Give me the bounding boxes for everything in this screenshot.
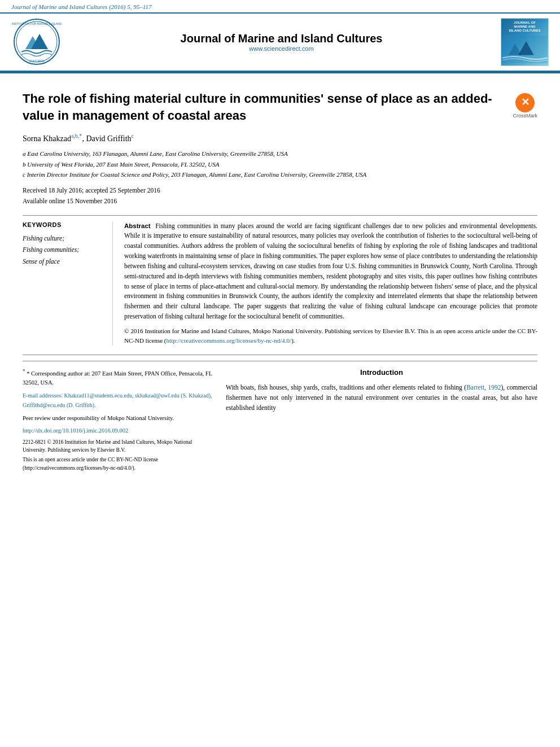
crossmark-badge[interactable]: ✕ CrossMark <box>513 93 537 119</box>
header-bar: INSTITUTION FOR MARINE & ISLAND CULTURES… <box>0 12 560 72</box>
top-link-text: Journal of Marine and Island Cultures (2… <box>11 3 151 10</box>
svg-text:INSTITUTION FOR MARINE & ISLAN: INSTITUTION FOR MARINE & ISLAND <box>12 22 62 25</box>
introduction-column: Introduction With boats, fish houses, sh… <box>226 367 537 473</box>
article-title-section: The role of fishing material culture in … <box>23 90 537 124</box>
keywords-list: Fishing culture; Fishing communities; Se… <box>23 233 104 268</box>
keywords-title: KEYWORDS <box>23 221 104 228</box>
author2-name: , David Griffith <box>82 134 131 143</box>
institution-logo: INSTITUTION FOR MARINE & ISLAND CULTURES <box>11 18 62 66</box>
keyword-3: Sense of place <box>23 256 104 268</box>
intro-ref-link[interactable]: Barrett, 1992 <box>466 384 501 391</box>
keywords-box: KEYWORDS Fishing culture; Fishing commun… <box>23 221 113 346</box>
abstract-section: KEYWORDS Fishing culture; Fishing commun… <box>23 221 537 346</box>
doi-link[interactable]: http://dx.doi.org/10.1016/j.imic.2016.09… <box>23 426 215 436</box>
journal-cover-image: JOURNAL OF MARINE AND ISLAND CULTURES <box>501 18 549 66</box>
authors-line: Sorna Khakzada,b,*, David Griffithc <box>23 133 537 143</box>
author2-sup: c <box>132 133 134 139</box>
abstract-label: Abstract <box>124 222 151 229</box>
intro-text-before-ref: With boats, fish houses, ship yards, cra… <box>226 384 466 391</box>
email2-link[interactable]: skhakzad@uwf.edu <box>135 392 180 399</box>
corresponding-footnote: * * Corresponding author at: 207 East Ma… <box>23 367 215 388</box>
intro-heading: Introduction <box>226 367 537 378</box>
affiliation-a: a East Carolina University, 163 Flanagan… <box>23 149 537 159</box>
dates: Received 18 July 2016; accepted 25 Septe… <box>23 185 537 207</box>
peer-review-text: Peer review under responsibility of Mokp… <box>23 415 174 421</box>
email1-link[interactable]: Khakzad11@students.ecu.edu <box>64 392 132 399</box>
cover-title-line1: JOURNAL OF <box>514 21 536 25</box>
email-footnote: E-mail addresses: Khakzad11@students.ecu… <box>23 391 215 410</box>
author1-sup: a,b,* <box>71 133 82 139</box>
keyword-1: Fishing culture; <box>23 233 104 244</box>
main-content: The role of fishing material culture in … <box>0 73 560 484</box>
open-access-note: This is an open access article under the… <box>23 456 215 473</box>
journal-url[interactable]: www.sciencedirect.com <box>68 45 495 52</box>
journal-title: Journal of Marine and Island Cultures <box>68 32 495 45</box>
abstract-content: Abstract Fishing communities in many pla… <box>124 221 537 346</box>
open-access-text: This is an open access article under the… <box>23 457 158 471</box>
keyword-2: Fishing communities; <box>23 244 104 256</box>
abstract-text: Fishing communities in many places aroun… <box>124 222 537 320</box>
cover-title-line3: ISLAND CULTURES <box>509 29 540 33</box>
cover-title-line2: MARINE AND <box>514 25 535 29</box>
copyright-notice: © 2016 Institution for Marine and Island… <box>124 326 537 346</box>
section-divider-2 <box>23 355 537 355</box>
intro-text: With boats, fish houses, ship yards, cra… <box>226 383 537 413</box>
peer-review-note: Peer review under responsibility of Mokp… <box>23 414 215 423</box>
section-divider-1 <box>23 215 537 216</box>
article-title: The role of fishing material culture in … <box>23 90 507 124</box>
issn-line: 2212-6821 © 2016 Institution for Marine … <box>23 438 215 455</box>
top-journal-link: Journal of Marine and Island Cultures (2… <box>0 0 560 12</box>
corresponding-text: * Corresponding author at: 207 East Main… <box>23 370 212 386</box>
header-center: Journal of Marine and Island Cultures ww… <box>68 32 495 52</box>
svg-text:✕: ✕ <box>521 97 530 108</box>
affiliation-c: c Interim Director Institute for Coastal… <box>23 170 537 180</box>
footnotes-column: * * Corresponding author at: 207 East Ma… <box>23 367 215 473</box>
received-date: Received 18 July 2016; accepted 25 Septe… <box>23 185 537 196</box>
email3-link[interactable]: Griffithd@ecu.edu <box>23 402 65 408</box>
footer-section: * * Corresponding author at: 207 East Ma… <box>23 361 537 473</box>
svg-text:CULTURES: CULTURES <box>29 59 45 63</box>
affiliation-b: b University of West Florida, 207 East M… <box>23 160 537 169</box>
crossmark-label: CrossMark <box>513 113 537 119</box>
email-label: E-mail addresses: <box>23 392 63 399</box>
affiliations: a East Carolina University, 163 Flanagan… <box>23 149 537 180</box>
author1-name: Sorna Khakzad <box>23 134 71 143</box>
copyright-end: ). <box>291 337 295 344</box>
available-date: Available online 15 November 2016 <box>23 196 537 207</box>
cc-license-link[interactable]: http://creativecommons.org/licenses/by-n… <box>167 337 292 344</box>
